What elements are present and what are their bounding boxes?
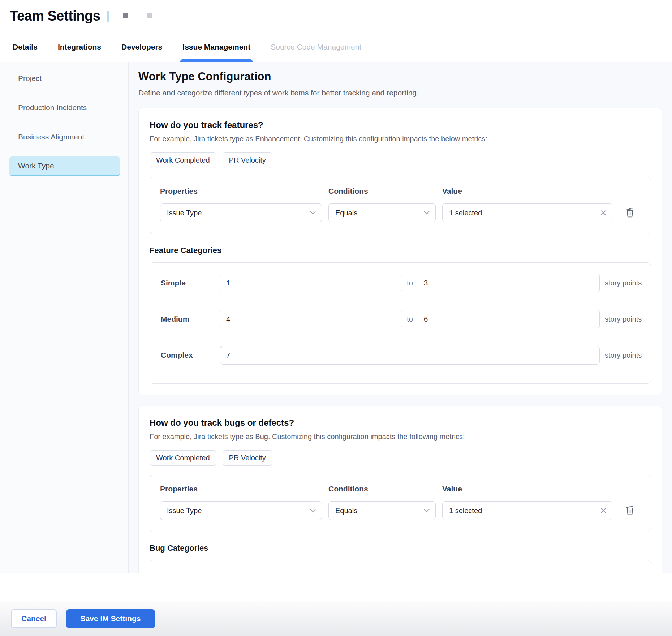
complex-from-input[interactable] (220, 346, 600, 365)
property-select-value: Issue Type (167, 209, 202, 217)
settings-sidebar: Project Production Incidents Business Al… (0, 62, 129, 573)
to-label: to (402, 315, 418, 323)
category-label: Medium (161, 315, 220, 323)
header-light-square-icon (147, 13, 152, 18)
category-row-medium: Medium to story points (161, 310, 651, 328)
chip-work-completed: Work Completed (150, 152, 216, 168)
footer-gap (0, 573, 672, 601)
section-title: Work Type Configuration (138, 70, 672, 83)
title-divider: | (106, 8, 109, 22)
medium-from-input[interactable] (220, 310, 402, 328)
chip-pr-velocity: PR Velocity (223, 450, 272, 466)
property-select[interactable]: Issue Type (160, 203, 322, 222)
trash-icon (625, 207, 635, 219)
conditions-column-label: Conditions (328, 485, 436, 493)
conditions-column-label: Conditions (328, 187, 436, 195)
chevron-down-icon (310, 509, 316, 512)
delete-rule-button[interactable] (619, 503, 641, 518)
clear-selection-icon[interactable] (600, 508, 606, 513)
value-multiselect[interactable]: 1 selected (442, 501, 612, 520)
category-row-simple: Simple to story points (161, 274, 651, 292)
title-bar: Team Settings | (0, 0, 672, 32)
feature-categories-panel: Simple to story points Medium to story p… (150, 262, 651, 384)
properties-column-label: Properties (160, 485, 322, 493)
chevron-down-icon (310, 211, 316, 215)
tab-developers[interactable]: Developers (121, 32, 162, 62)
value-column-label: Value (442, 187, 612, 195)
category-row-complex: Complex story points (161, 346, 651, 365)
features-card-title: How do you track features? (150, 120, 651, 130)
bug-categories-panel (150, 560, 651, 573)
sidebar-item-work-type[interactable]: Work Type (9, 156, 120, 176)
delete-rule-button[interactable] (619, 206, 641, 220)
bugs-card-description: For example, Jira tickets type as Bug. C… (150, 433, 651, 441)
feature-categories-title: Feature Categories (150, 246, 651, 255)
section-subtitle: Define and categorize different types of… (138, 89, 672, 97)
tab-issue-management[interactable]: Issue Management (182, 32, 250, 62)
save-im-settings-button[interactable]: Save IM Settings (66, 609, 155, 628)
value-column-label: Value (442, 485, 612, 493)
chevron-down-icon (424, 211, 430, 215)
team-settings-page: Team Settings | Details Integrations Dev… (0, 0, 672, 636)
features-card-description: For example, Jira tickets type as Enhanc… (150, 135, 651, 143)
clear-selection-icon[interactable] (600, 210, 606, 216)
value-multiselect[interactable]: 1 selected (442, 203, 612, 222)
condition-select-value: Equals (335, 209, 357, 217)
bugs-rule-panel: Properties Conditions Value Issue Type E… (150, 475, 651, 532)
simple-to-input[interactable] (418, 274, 600, 292)
property-select[interactable]: Issue Type (160, 501, 322, 520)
story-points-label: story points (605, 315, 642, 323)
bugs-metric-chips: Work Completed PR Velocity (150, 450, 651, 466)
header-dark-square-icon (123, 13, 128, 18)
value-selected-text: 1 selected (449, 507, 482, 515)
chip-pr-velocity: PR Velocity (223, 152, 272, 168)
value-selected-text: 1 selected (449, 209, 482, 217)
work-type-content: Work Type Configuration Define and categ… (129, 62, 672, 573)
story-points-label: story points (605, 279, 642, 287)
chip-work-completed: Work Completed (150, 450, 216, 466)
property-select-value: Issue Type (167, 507, 202, 515)
bug-categories-title: Bug Categories (150, 543, 651, 553)
condition-select-value: Equals (335, 507, 357, 515)
cancel-button[interactable]: Cancel (11, 609, 57, 628)
condition-select[interactable]: Equals (328, 501, 436, 520)
category-label: Complex (161, 351, 220, 360)
tab-source-code-management[interactable]: Source Code Management (271, 32, 361, 62)
chevron-down-icon (424, 509, 430, 512)
story-points-label: story points (605, 351, 642, 360)
settings-body: Project Production Incidents Business Al… (0, 62, 672, 573)
sidebar-item-business-alignment[interactable]: Business Alignment (9, 127, 120, 147)
category-label: Simple (161, 279, 220, 287)
condition-select[interactable]: Equals (328, 203, 436, 222)
features-rule-panel: Properties Conditions Value Issue Type E… (150, 177, 651, 234)
sidebar-item-production-incidents[interactable]: Production Incidents (9, 98, 120, 117)
features-metric-chips: Work Completed PR Velocity (150, 152, 651, 168)
footer-action-bar: Cancel Save IM Settings (0, 601, 672, 636)
tab-details[interactable]: Details (13, 32, 38, 62)
settings-tab-bar: Details Integrations Developers Issue Ma… (0, 32, 672, 62)
features-card: How do you track features? For example, … (138, 108, 662, 395)
bugs-card: How do you track bugs or defects? For ex… (138, 406, 662, 573)
tab-integrations[interactable]: Integrations (58, 32, 101, 62)
properties-column-label: Properties (160, 187, 322, 195)
to-label: to (402, 279, 418, 287)
medium-to-input[interactable] (418, 310, 600, 328)
bugs-card-title: How do you track bugs or defects? (150, 418, 651, 428)
sidebar-item-project[interactable]: Project (9, 69, 120, 88)
page-title: Team Settings (10, 8, 100, 24)
simple-from-input[interactable] (220, 274, 402, 292)
trash-icon (625, 505, 635, 516)
